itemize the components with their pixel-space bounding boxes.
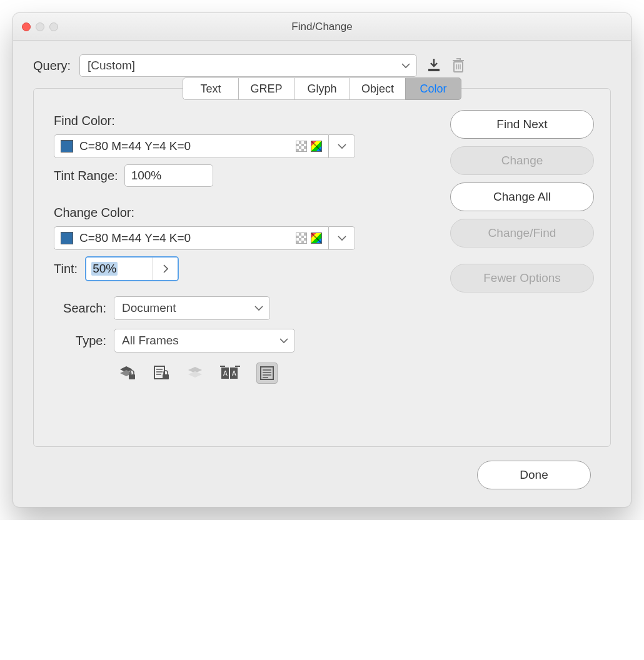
done-button[interactable]: Done [477, 461, 591, 489]
search-label: Search: [50, 301, 106, 316]
save-query-icon[interactable] [426, 58, 442, 74]
tab-color[interactable]: Color [405, 78, 461, 100]
search-row: Search: Document [50, 296, 450, 320]
search-scope-select[interactable]: Document [114, 296, 270, 320]
search-filter-toolbar: A A [118, 362, 450, 384]
find-color-mode-icons [296, 141, 322, 152]
chevron-down-icon [254, 305, 263, 311]
change-color-swatch[interactable]: C=80 M=44 Y=4 K=0 [54, 226, 329, 250]
change-all-button[interactable]: Change All [450, 182, 594, 211]
transparency-icon [296, 232, 307, 244]
cmyk-icon [311, 232, 322, 244]
delete-query-icon[interactable] [451, 57, 466, 74]
query-value: [Custom] [88, 59, 135, 72]
left-column: Find Color: C=80 M=44 Y=4 K=0 [50, 109, 450, 384]
tint-range-label: Tint Range: [54, 169, 118, 183]
change-color-label: Change Color: [54, 206, 450, 220]
tint-range-input[interactable]: 100% [124, 164, 213, 187]
tab-glyph[interactable]: Glyph [294, 78, 350, 100]
find-next-button[interactable]: Find Next [450, 110, 594, 139]
locked-stories-icon[interactable] [153, 364, 170, 382]
footnotes-icon[interactable] [256, 362, 278, 384]
titlebar: Find/Change [13, 13, 631, 41]
cmyk-icon [311, 141, 322, 152]
svg-rect-2 [129, 374, 135, 379]
svg-text:A: A [223, 370, 228, 377]
find-color-name: C=80 M=44 Y=4 K=0 [79, 139, 289, 153]
query-row: Query: [Custom] [33, 54, 611, 77]
transparency-icon [296, 141, 307, 152]
tabs: Text GREP Glyph Object Color [34, 78, 610, 100]
master-pages-icon[interactable]: A A [220, 365, 240, 381]
chevron-down-icon [401, 62, 410, 69]
tab-object[interactable]: Object [350, 78, 406, 100]
find-color-swatch[interactable]: C=80 M=44 Y=4 K=0 [54, 134, 329, 158]
chevron-right-icon[interactable] [153, 258, 178, 280]
change-tint-value: 50% [86, 258, 153, 280]
change-tint-input[interactable]: 50% [85, 256, 179, 281]
tint-range-row: Tint Range: 100% [54, 164, 450, 187]
query-label: Query: [33, 59, 71, 73]
change-find-button: Change/Find [450, 219, 594, 248]
window-title: Find/Change [13, 21, 631, 33]
change-color-row: C=80 M=44 Y=4 K=0 [54, 226, 450, 250]
tab-text[interactable]: Text [183, 78, 239, 100]
panel-body: Find Color: C=80 M=44 Y=4 K=0 [34, 109, 610, 384]
change-color-dropdown[interactable] [329, 226, 355, 250]
svg-rect-0 [428, 69, 440, 71]
query-select[interactable]: [Custom] [79, 54, 417, 77]
svg-rect-4 [163, 374, 169, 379]
find-change-dialog: Find/Change Query: [Custom] [13, 12, 631, 508]
change-button: Change [450, 146, 594, 175]
change-tint-label: Tint: [54, 262, 78, 276]
options-panel: Text GREP Glyph Object Color Find Color:… [33, 88, 611, 447]
chevron-down-icon [279, 338, 288, 344]
hidden-layers-icon[interactable] [186, 366, 204, 380]
change-tint-row: Tint: 50% [54, 256, 450, 281]
dialog-footer: Done [33, 447, 611, 489]
find-color-row: C=80 M=44 Y=4 K=0 [54, 134, 450, 158]
dialog-content: Query: [Custom] [13, 41, 631, 507]
type-label: Type: [50, 334, 106, 348]
locked-layers-icon[interactable] [118, 364, 136, 382]
change-color-chip [61, 232, 73, 244]
svg-text:A: A [232, 370, 236, 377]
find-color-dropdown[interactable] [329, 134, 355, 158]
change-color-mode-icons [296, 232, 322, 244]
type-select[interactable]: All Frames [114, 329, 295, 352]
action-buttons: Find Next Change Change All Change/Find … [450, 109, 594, 384]
find-color-label: Find Color: [54, 114, 450, 128]
find-color-chip [61, 140, 73, 152]
fewer-options-button[interactable]: Fewer Options [450, 264, 594, 292]
change-color-name: C=80 M=44 Y=4 K=0 [79, 231, 289, 245]
tab-grep[interactable]: GREP [238, 78, 294, 100]
type-row: Type: All Frames [50, 329, 450, 352]
